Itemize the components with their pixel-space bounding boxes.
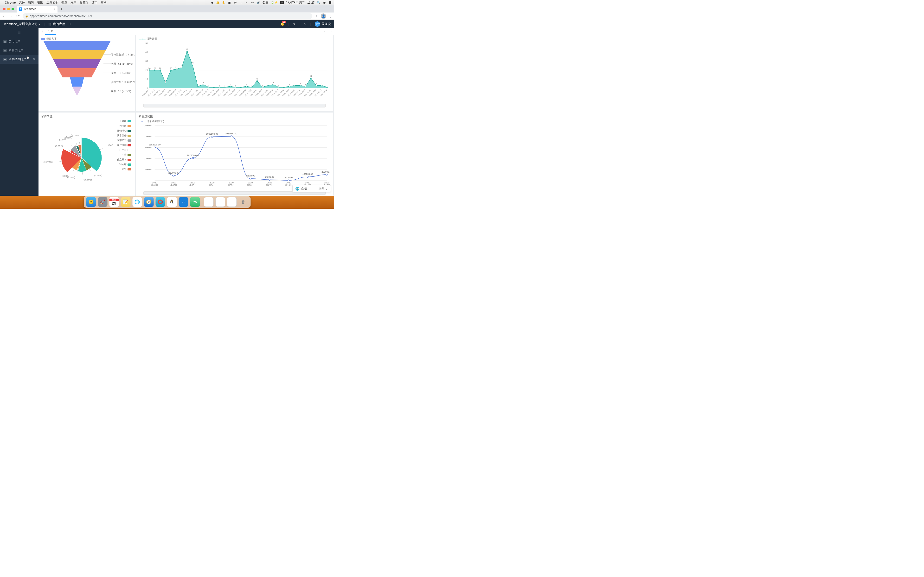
collapse-sidebar-icon[interactable]: ☰ [0, 30, 39, 37]
svg-text:3: 3 [294, 82, 296, 85]
trash-icon[interactable]: 🗑 [239, 197, 248, 207]
funnel-stage-label: 赢单 : 10 (2.35%) [111, 89, 131, 93]
minimized-window-3[interactable]: ▫ [227, 197, 236, 207]
tray-bell-icon[interactable]: 🔔 [216, 1, 220, 4]
my-apps-button[interactable]: 我的应用 [48, 22, 65, 26]
legend-item[interactable]: 未知 [117, 168, 131, 171]
legend-item[interactable]: 转介绍 [117, 163, 131, 166]
menubar-bookmarks[interactable]: 书签 [61, 0, 67, 5]
menubar-user[interactable]: 用户 [71, 0, 76, 5]
bluetooth-icon[interactable]: ᛒ [239, 1, 243, 4]
tray-circle-icon[interactable]: ◎ [234, 1, 237, 4]
svg-text:2: 2 [246, 83, 247, 85]
qq-icon[interactable]: 🐧 [167, 197, 177, 207]
followup-scrubber[interactable] [144, 104, 326, 108]
minimized-window-2[interactable]: ▫ [215, 197, 225, 207]
chrome-profile-icon[interactable]: 👤 [321, 13, 326, 19]
user-menu[interactable]: 亚波 周亚波 [315, 21, 331, 27]
tab-close-icon[interactable]: × [54, 8, 56, 11]
address-bar[interactable]: 🔒 app.teamface.cn/#/frontend/workbench?i… [23, 13, 312, 19]
gear-icon[interactable]: ⚙ [33, 58, 35, 61]
sidebar-item-sales-manager-portal[interactable]: ▦ 销售经理门户 ⚙ [0, 55, 39, 64]
card-title: 客户来源 [41, 114, 132, 119]
menubar-date[interactable]: 12月29日 周二 [286, 0, 305, 5]
legend-swatch [128, 125, 131, 127]
menubar-help[interactable]: 帮助 [101, 0, 107, 5]
add-app-button[interactable]: + [69, 22, 71, 26]
bookmark-star-icon[interactable]: ☆ [315, 15, 318, 18]
legend-item[interactable]: 内部员工 [117, 139, 131, 142]
tray-app-icon[interactable]: ◆ [210, 1, 214, 4]
browser-tab[interactable]: T Teamface × [16, 6, 58, 13]
legend-item[interactable]: 广告 [117, 153, 131, 156]
legend-label: 代理商 [120, 124, 126, 128]
legend-item[interactable]: 广交会 [117, 148, 131, 152]
app-icon-2[interactable]: ev [190, 197, 200, 207]
svg-marker-5 [72, 87, 82, 96]
dashboard-grid: 项目方案 可行性分析 : 77 (18.12%)立项 : 61 (14.35%)… [39, 35, 334, 209]
chrome-menu-icon[interactable]: ⋮ [329, 15, 332, 18]
wifi-icon[interactable]: ᯤ [245, 1, 249, 4]
forward-button[interactable]: → [9, 14, 13, 18]
finder-icon[interactable]: 🙂 [86, 197, 96, 207]
legend-swatch [128, 168, 131, 171]
menubar-file[interactable]: 文件 [19, 0, 25, 5]
menubar-tabs[interactable]: 标签页 [80, 0, 88, 5]
app-icon-1[interactable]: ⭕ [155, 197, 165, 207]
qixin-widget[interactable]: 💬 企信 展开 ⌄ [292, 185, 331, 192]
portal-icon: ▦ [3, 49, 7, 52]
edit-icon[interactable]: ✎ [293, 22, 296, 26]
svg-text:1993500.00: 1993500.00 [206, 133, 218, 135]
tray-hand-icon[interactable]: ✋ [222, 1, 226, 4]
notification-bell-icon[interactable]: 🔔22 [280, 22, 284, 26]
legend-item[interactable]: 其它展会 [117, 134, 131, 137]
siri-icon[interactable]: ◉ [323, 1, 326, 4]
svg-text:(19.72%): (19.72%) [44, 161, 53, 163]
tab-prev-icon[interactable]: 〈 [40, 29, 43, 34]
legend-item[interactable]: 代理商 [117, 124, 131, 128]
svg-point-78 [257, 81, 257, 82]
menubar-window[interactable]: 窗口 [92, 0, 97, 5]
notes-icon[interactable]: 📝 [121, 197, 131, 207]
legend-item[interactable]: 促销活动 [117, 129, 131, 132]
safari-icon[interactable]: 🧭 [144, 197, 153, 207]
airplay-icon[interactable]: ▭ [251, 1, 254, 4]
svg-point-63 [229, 86, 231, 87]
more-icon[interactable]: ⋯ [330, 29, 332, 34]
menubar-time[interactable]: 11:27 [307, 1, 315, 4]
legend-item[interactable]: 独立开发 [117, 158, 131, 161]
sidebar-item-company-portal[interactable]: ▦ 公司门户 [0, 37, 39, 46]
svg-marker-1 [48, 50, 106, 59]
menubar-view[interactable]: 视图 [37, 0, 43, 5]
tab-portal[interactable]: 门户 [45, 28, 56, 35]
legend-label: 未知 [122, 168, 126, 171]
menubar-edit[interactable]: 编辑 [28, 0, 34, 5]
minimized-window-1[interactable]: ▫ [204, 197, 213, 207]
tab-next-icon[interactable]: 〉 [324, 29, 326, 34]
menubar-app-name[interactable]: Chrome [5, 1, 16, 4]
help-icon[interactable]: ? [304, 22, 306, 26]
legend-item[interactable]: 互联网 [117, 119, 131, 123]
input-method-icon[interactable]: A [280, 1, 284, 4]
window-controls[interactable] [3, 8, 14, 10]
tray-square-icon[interactable]: ▣ [228, 1, 231, 4]
sidebar-item-salesman-portal[interactable]: ▦ 销售员门户 [0, 46, 39, 55]
back-button[interactable]: ← [2, 14, 6, 18]
launchpad-icon[interactable]: 🚀 [98, 197, 107, 207]
control-center-icon[interactable]: ☰ [328, 1, 332, 4]
menubar-history[interactable]: 历史记录 [47, 0, 58, 5]
volume-icon[interactable]: 🔊 [257, 1, 260, 4]
org-switcher[interactable]: Teamface_深圳企典公司 ▾ [3, 22, 40, 26]
battery-pct[interactable]: 63% [263, 1, 268, 4]
spotlight-icon[interactable]: 🔍 [317, 1, 320, 4]
battery-icon[interactable]: 🔋⚡ [271, 1, 278, 4]
svg-text:3: 3 [316, 82, 317, 85]
legend-item[interactable]: 客户推荐 [117, 143, 131, 147]
calendar-icon[interactable]: 12月29 [109, 197, 119, 207]
svg-text:2,500,000: 2,500,000 [143, 124, 153, 127]
reload-button[interactable]: ⟳ [16, 14, 20, 18]
new-tab-button[interactable]: + [60, 7, 63, 11]
chrome-icon[interactable]: 🌐 [132, 197, 142, 207]
qixin-expand[interactable]: 展开 ⌄ [318, 187, 328, 191]
teamviewer-icon[interactable]: ↔ [179, 197, 188, 207]
